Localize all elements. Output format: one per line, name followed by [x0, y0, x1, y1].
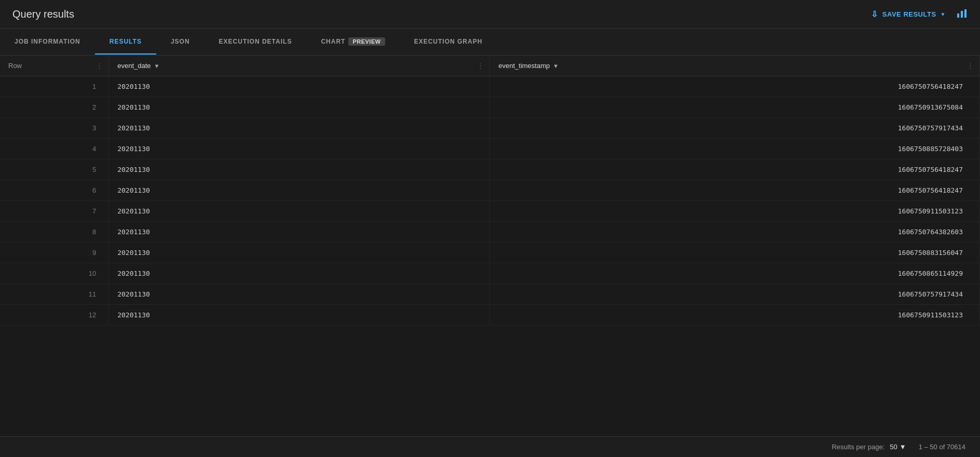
cell-event-timestamp: 1606750757917434 — [490, 284, 980, 305]
cell-event-date: 20201130 — [109, 139, 490, 159]
cell-event-timestamp: 1606750756418247 — [490, 159, 980, 180]
per-page-value: 50 — [890, 443, 897, 451]
cell-event-date: 20201130 — [109, 118, 490, 139]
tab-execution-graph[interactable]: EXECUTION GRAPH — [400, 30, 497, 55]
header: Query results ⇩ SAVE RESULTS ▼ — [0, 0, 980, 29]
table-body: 1202011301606750756418247220201130160675… — [0, 76, 980, 326]
cell-row-num: 1 — [0, 76, 109, 97]
table-row: 7202011301606750911503123 — [0, 201, 980, 222]
cell-row-num: 2 — [0, 97, 109, 118]
results-table: Row ⋮ event_date ▼ ⋮ event_timesta — [0, 56, 980, 326]
table-row: 3202011301606750757917434 — [0, 118, 980, 139]
cell-event-date: 20201130 — [109, 76, 490, 97]
cell-event-timestamp: 1606750911503123 — [490, 305, 980, 326]
per-page-chevron-icon: ▼ — [900, 443, 906, 451]
tabs-bar: JOB INFORMATION RESULTS JSON EXECUTION D… — [0, 29, 980, 56]
cell-event-date: 20201130 — [109, 201, 490, 222]
page-range-label: 1 – 50 of 70614 — [919, 443, 965, 451]
chevron-down-icon: ▼ — [941, 11, 946, 17]
table-header-row: Row ⋮ event_date ▼ ⋮ event_timesta — [0, 56, 980, 76]
cell-event-date: 20201130 — [109, 222, 490, 243]
cell-row-num: 4 — [0, 139, 109, 159]
table-row: 2202011301606750913675084 — [0, 97, 980, 118]
cell-row-num: 5 — [0, 159, 109, 180]
table-row: 12202011301606750911503123 — [0, 305, 980, 326]
col-header-row: Row ⋮ — [0, 56, 109, 76]
tab-chart-preview[interactable]: CHART PREVIEW — [306, 29, 399, 55]
cell-event-timestamp: 1606750764382603 — [490, 222, 980, 243]
results-per-page-section: Results per page: 50 ▼ — [832, 443, 906, 451]
results-per-page-label: Results per page: — [832, 443, 884, 451]
svg-rect-2 — [964, 9, 967, 18]
results-table-container: Row ⋮ event_date ▼ ⋮ event_timesta — [0, 56, 980, 455]
resize-handle-row[interactable]: ⋮ — [96, 62, 100, 70]
svg-rect-0 — [957, 14, 959, 18]
cell-event-date: 20201130 — [109, 284, 490, 305]
sort-icon-event-date[interactable]: ▼ — [154, 63, 160, 69]
cell-row-num: 6 — [0, 180, 109, 201]
col-header-event-timestamp: event_timestamp ▼ ⋮ — [490, 56, 980, 76]
table-row: 1202011301606750756418247 — [0, 76, 980, 97]
header-actions: ⇩ SAVE RESULTS ▼ — [871, 7, 968, 21]
cell-event-timestamp: 1606750756418247 — [490, 180, 980, 201]
tab-json[interactable]: JSON — [156, 30, 205, 55]
per-page-select[interactable]: 50 ▼ — [890, 443, 906, 451]
save-results-button[interactable]: ⇩ SAVE RESULTS ▼ — [871, 9, 946, 19]
cell-event-timestamp: 1606750883156047 — [490, 243, 980, 263]
chart-icon-button[interactable] — [956, 7, 968, 21]
cell-event-timestamp: 1606750885728403 — [490, 139, 980, 159]
cell-row-num: 7 — [0, 201, 109, 222]
cell-event-timestamp: 1606750913675084 — [490, 97, 980, 118]
table-row: 4202011301606750885728403 — [0, 139, 980, 159]
main-content: Row ⋮ event_date ▼ ⋮ event_timesta — [0, 56, 980, 455]
save-icon: ⇩ — [871, 9, 878, 19]
col-header-event-date: event_date ▼ ⋮ — [109, 56, 490, 76]
cell-event-timestamp: 1606750865114929 — [490, 263, 980, 284]
page-title: Query results — [12, 8, 74, 20]
cell-event-date: 20201130 — [109, 180, 490, 201]
cell-row-num: 9 — [0, 243, 109, 263]
cell-row-num: 12 — [0, 305, 109, 326]
cell-event-date: 20201130 — [109, 159, 490, 180]
resize-handle-event-date[interactable]: ⋮ — [477, 62, 481, 70]
cell-row-num: 8 — [0, 222, 109, 243]
table-row: 10202011301606750865114929 — [0, 263, 980, 284]
preview-badge: PREVIEW — [348, 37, 385, 46]
tab-results[interactable]: RESULTS — [95, 30, 156, 55]
svg-rect-1 — [961, 11, 963, 18]
cell-row-num: 3 — [0, 118, 109, 139]
resize-handle-event-timestamp[interactable]: ⋮ — [967, 62, 971, 70]
cell-event-timestamp: 1606750911503123 — [490, 201, 980, 222]
sort-icon-event-timestamp[interactable]: ▼ — [553, 63, 559, 69]
cell-event-timestamp: 1606750757917434 — [490, 118, 980, 139]
cell-event-date: 20201130 — [109, 243, 490, 263]
tab-job-information[interactable]: JOB INFORMATION — [0, 30, 95, 55]
cell-event-date: 20201130 — [109, 263, 490, 284]
cell-row-num: 10 — [0, 263, 109, 284]
table-row: 5202011301606750756418247 — [0, 159, 980, 180]
table-row: 9202011301606750883156047 — [0, 243, 980, 263]
bar-chart-icon — [956, 7, 968, 19]
table-row: 6202011301606750756418247 — [0, 180, 980, 201]
save-results-label: SAVE RESULTS — [882, 10, 936, 18]
tab-execution-details[interactable]: EXECUTION DETAILS — [205, 30, 307, 55]
footer: Results per page: 50 ▼ 1 – 50 of 70614 — [0, 436, 980, 457]
cell-event-timestamp: 1606750756418247 — [490, 76, 980, 97]
cell-row-num: 11 — [0, 284, 109, 305]
cell-event-date: 20201130 — [109, 97, 490, 118]
chart-tab-label: CHART — [321, 38, 345, 45]
cell-event-date: 20201130 — [109, 305, 490, 326]
table-row: 8202011301606750764382603 — [0, 222, 980, 243]
table-row: 11202011301606750757917434 — [0, 284, 980, 305]
